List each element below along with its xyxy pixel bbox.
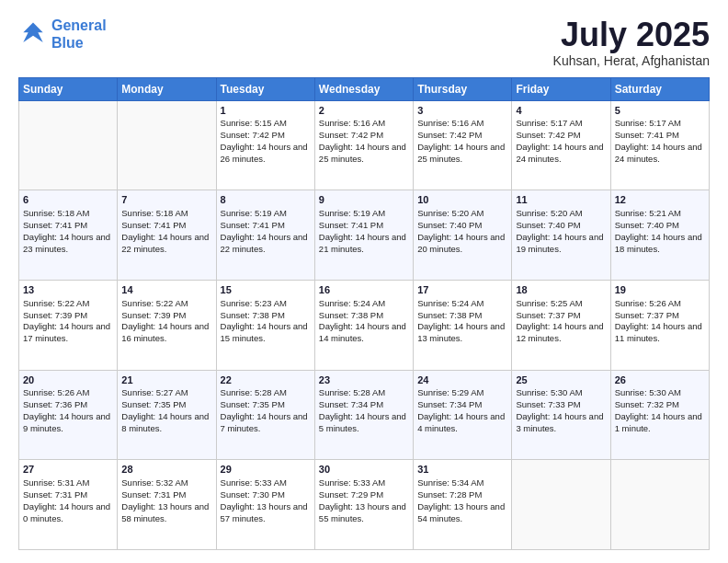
daylight-text: Daylight: 14 hours and 11 minutes. <box>615 321 705 345</box>
daylight-text: Daylight: 14 hours and 26 minutes. <box>221 142 311 166</box>
day-cell-17: 17Sunrise: 5:24 AMSunset: 7:38 PMDayligh… <box>414 280 512 370</box>
sunset-text: Sunset: 7:31 PM <box>121 489 211 501</box>
daylight-text: Daylight: 14 hours and 5 minutes. <box>319 411 409 435</box>
header: General Blue July 2025 Kuhsan, Herat, Af… <box>18 17 710 68</box>
day-number: 27 <box>23 463 113 477</box>
sunset-text: Sunset: 7:42 PM <box>221 130 311 142</box>
header-cell-friday: Friday <box>512 77 610 100</box>
logo-text: General Blue <box>51 17 107 52</box>
sunset-text: Sunset: 7:34 PM <box>319 399 409 411</box>
calendar-week-row: 13Sunrise: 5:22 AMSunset: 7:39 PMDayligh… <box>19 280 710 370</box>
sunrise-text: Sunrise: 5:16 AM <box>417 118 507 130</box>
sunrise-text: Sunrise: 5:25 AM <box>516 298 606 310</box>
day-number: 21 <box>121 373 211 387</box>
day-number: 29 <box>221 463 311 477</box>
daylight-text: Daylight: 14 hours and 4 minutes. <box>417 411 507 435</box>
daylight-text: Daylight: 13 hours and 57 minutes. <box>221 501 311 525</box>
empty-cell <box>512 460 610 550</box>
sunrise-text: Sunrise: 5:19 AM <box>319 208 409 220</box>
day-cell-8: 8Sunrise: 5:19 AMSunset: 7:41 PMDaylight… <box>216 190 314 281</box>
sunset-text: Sunset: 7:40 PM <box>417 220 507 232</box>
sunrise-text: Sunrise: 5:24 AM <box>417 298 507 310</box>
day-cell-24: 24Sunrise: 5:29 AMSunset: 7:34 PMDayligh… <box>414 370 512 460</box>
sunrise-text: Sunrise: 5:32 AM <box>121 477 211 489</box>
sunset-text: Sunset: 7:42 PM <box>516 130 606 142</box>
daylight-text: Daylight: 14 hours and 24 minutes. <box>615 142 705 166</box>
sunrise-text: Sunrise: 5:24 AM <box>319 298 409 310</box>
sunrise-text: Sunrise: 5:15 AM <box>221 118 311 130</box>
day-number: 15 <box>221 283 311 297</box>
page: General Blue July 2025 Kuhsan, Herat, Af… <box>0 0 728 563</box>
day-cell-12: 12Sunrise: 5:21 AMSunset: 7:40 PMDayligh… <box>610 190 709 281</box>
day-number: 23 <box>319 373 409 387</box>
sunset-text: Sunset: 7:30 PM <box>221 489 311 501</box>
sunrise-text: Sunrise: 5:33 AM <box>319 477 409 489</box>
calendar-week-row: 1Sunrise: 5:15 AMSunset: 7:42 PMDaylight… <box>19 100 710 190</box>
sunset-text: Sunset: 7:41 PM <box>221 220 311 232</box>
calendar-week-row: 27Sunrise: 5:31 AMSunset: 7:31 PMDayligh… <box>19 460 710 550</box>
daylight-text: Daylight: 14 hours and 3 minutes. <box>516 411 606 435</box>
day-number: 1 <box>221 104 311 118</box>
sunset-text: Sunset: 7:40 PM <box>516 220 606 232</box>
sunrise-text: Sunrise: 5:31 AM <box>23 477 113 489</box>
daylight-text: Daylight: 14 hours and 21 minutes. <box>319 232 409 256</box>
sunrise-text: Sunrise: 5:27 AM <box>121 387 211 399</box>
sunset-text: Sunset: 7:38 PM <box>417 310 507 322</box>
sunrise-text: Sunrise: 5:34 AM <box>417 477 507 489</box>
daylight-text: Daylight: 14 hours and 17 minutes. <box>23 321 113 345</box>
day-number: 9 <box>319 193 409 207</box>
sunrise-text: Sunrise: 5:28 AM <box>319 387 409 399</box>
day-number: 26 <box>615 373 705 387</box>
day-number: 31 <box>417 463 507 477</box>
daylight-text: Daylight: 14 hours and 1 minute. <box>615 411 705 435</box>
daylight-text: Daylight: 14 hours and 13 minutes. <box>417 321 507 345</box>
svg-marker-0 <box>23 23 42 42</box>
day-number: 20 <box>23 373 113 387</box>
sunset-text: Sunset: 7:41 PM <box>615 130 705 142</box>
sunrise-text: Sunrise: 5:16 AM <box>319 118 409 130</box>
sunrise-text: Sunrise: 5:22 AM <box>121 298 211 310</box>
sunset-text: Sunset: 7:38 PM <box>319 310 409 322</box>
day-cell-18: 18Sunrise: 5:25 AMSunset: 7:37 PMDayligh… <box>512 280 610 370</box>
day-cell-7: 7Sunrise: 5:18 AMSunset: 7:41 PMDaylight… <box>118 190 216 281</box>
sunset-text: Sunset: 7:36 PM <box>23 399 113 411</box>
header-cell-thursday: Thursday <box>414 77 512 100</box>
sunset-text: Sunset: 7:41 PM <box>23 220 113 232</box>
sunrise-text: Sunrise: 5:28 AM <box>221 387 311 399</box>
sunrise-text: Sunrise: 5:30 AM <box>516 387 606 399</box>
sunrise-text: Sunrise: 5:17 AM <box>516 118 606 130</box>
sunrise-text: Sunrise: 5:33 AM <box>221 477 311 489</box>
header-cell-sunday: Sunday <box>19 77 118 100</box>
daylight-text: Daylight: 14 hours and 8 minutes. <box>121 411 211 435</box>
day-cell-22: 22Sunrise: 5:28 AMSunset: 7:35 PMDayligh… <box>216 370 314 460</box>
sunset-text: Sunset: 7:33 PM <box>516 399 606 411</box>
day-number: 12 <box>615 193 705 207</box>
day-number: 2 <box>319 104 409 118</box>
sunrise-text: Sunrise: 5:26 AM <box>615 298 705 310</box>
daylight-text: Daylight: 13 hours and 58 minutes. <box>121 501 211 525</box>
sunset-text: Sunset: 7:34 PM <box>417 399 507 411</box>
logo-icon <box>18 19 48 49</box>
day-cell-23: 23Sunrise: 5:28 AMSunset: 7:34 PMDayligh… <box>314 370 413 460</box>
daylight-text: Daylight: 14 hours and 12 minutes. <box>516 321 606 345</box>
calendar-header-row: SundayMondayTuesdayWednesdayThursdayFrid… <box>19 77 710 100</box>
day-number: 22 <box>221 373 311 387</box>
day-number: 16 <box>319 283 409 297</box>
daylight-text: Daylight: 14 hours and 22 minutes. <box>121 232 211 256</box>
sunset-text: Sunset: 7:28 PM <box>417 489 507 501</box>
month-title: July 2025 <box>553 17 710 53</box>
sunset-text: Sunset: 7:37 PM <box>516 310 606 322</box>
sunrise-text: Sunrise: 5:29 AM <box>417 387 507 399</box>
day-cell-19: 19Sunrise: 5:26 AMSunset: 7:37 PMDayligh… <box>610 280 709 370</box>
day-cell-9: 9Sunrise: 5:19 AMSunset: 7:41 PMDaylight… <box>314 190 413 281</box>
daylight-text: Daylight: 14 hours and 15 minutes. <box>221 321 311 345</box>
day-number: 17 <box>417 283 507 297</box>
sunset-text: Sunset: 7:32 PM <box>615 399 705 411</box>
daylight-text: Daylight: 14 hours and 22 minutes. <box>221 232 311 256</box>
day-cell-28: 28Sunrise: 5:32 AMSunset: 7:31 PMDayligh… <box>118 460 216 550</box>
day-number: 28 <box>121 463 211 477</box>
daylight-text: Daylight: 14 hours and 20 minutes. <box>417 232 507 256</box>
sunrise-text: Sunrise: 5:30 AM <box>615 387 705 399</box>
day-cell-4: 4Sunrise: 5:17 AMSunset: 7:42 PMDaylight… <box>512 100 610 190</box>
day-cell-26: 26Sunrise: 5:30 AMSunset: 7:32 PMDayligh… <box>610 370 709 460</box>
